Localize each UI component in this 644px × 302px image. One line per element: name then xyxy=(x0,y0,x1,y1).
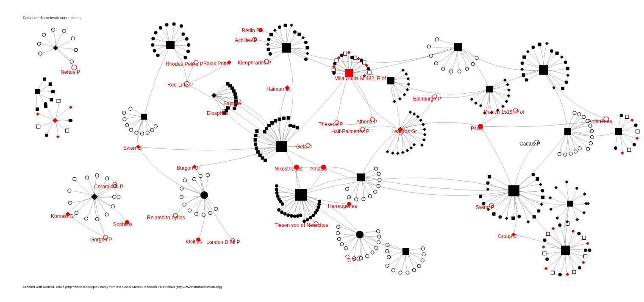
leaf-node xyxy=(306,218,309,221)
leaf-node xyxy=(531,45,535,49)
leaf-node xyxy=(366,254,369,258)
leaf-node xyxy=(86,176,89,179)
hub-6 xyxy=(486,86,493,92)
edge xyxy=(69,190,94,197)
leaf-node xyxy=(357,57,360,60)
node-label: Nikosthenes xyxy=(275,166,303,172)
leaf-node xyxy=(419,118,422,122)
leaf-node xyxy=(391,268,395,272)
leaf-node xyxy=(151,37,155,40)
node-label: Leagros Gr xyxy=(391,129,417,134)
leaf-node xyxy=(627,148,631,151)
edge xyxy=(198,195,205,240)
leaf-node xyxy=(566,67,569,70)
node-label: Theseus P xyxy=(319,121,343,127)
leaf-node xyxy=(258,154,262,157)
leaf-node xyxy=(371,251,374,254)
leaf-node xyxy=(575,218,579,221)
leaf-node xyxy=(69,201,72,204)
leaf-node xyxy=(391,151,394,155)
leaf-node xyxy=(620,114,623,117)
leaf-node xyxy=(577,232,580,235)
leaf-node xyxy=(263,130,266,134)
leaf-node xyxy=(435,38,439,41)
edge xyxy=(567,182,570,204)
node-label: Psiax xyxy=(471,126,483,131)
leaf-node xyxy=(269,33,273,36)
node-label: Rhodes Pelike P xyxy=(166,61,203,67)
leaf-node xyxy=(353,56,357,59)
leaf-node xyxy=(113,195,116,199)
node-label: Kleitias xyxy=(186,239,202,245)
leaf-node xyxy=(405,72,408,76)
leaf-node xyxy=(625,115,629,118)
leaf-node xyxy=(277,208,280,212)
leaf-node xyxy=(254,143,257,146)
leaf-node xyxy=(413,112,416,116)
leaf-node xyxy=(586,202,590,205)
leaf-node xyxy=(405,88,409,91)
hub-3 xyxy=(454,43,462,51)
leaf-node xyxy=(636,137,639,140)
leaf-node xyxy=(183,179,186,182)
leaf-node xyxy=(214,207,217,211)
leaf-node xyxy=(555,52,559,55)
leaf-node xyxy=(575,187,579,190)
leaf-node xyxy=(297,33,301,36)
leaf-node xyxy=(49,82,52,86)
edge xyxy=(138,147,204,195)
leaf-node xyxy=(621,151,624,155)
leaf-node xyxy=(253,138,257,142)
node-label: Athena P xyxy=(356,119,377,125)
leaf-node xyxy=(633,143,636,146)
leaf-node xyxy=(277,197,280,201)
leaf-node xyxy=(507,94,510,98)
leaf-node xyxy=(421,247,425,250)
leaf-node xyxy=(582,236,586,239)
leaf-node xyxy=(590,135,594,139)
leaf-node xyxy=(566,74,569,77)
leaf-node xyxy=(564,153,567,156)
leaf-node xyxy=(206,173,209,177)
leaf-node xyxy=(368,71,371,74)
leaf-node xyxy=(465,67,469,70)
node-label: Villa Giulia M.482, P of xyxy=(335,76,386,81)
hub-7 xyxy=(276,141,287,152)
leaf-node xyxy=(36,112,39,116)
leaf-node xyxy=(470,98,474,101)
leaf-node xyxy=(282,117,286,120)
edge xyxy=(514,131,568,191)
leaf-node xyxy=(498,215,502,219)
leaf-node xyxy=(546,232,550,235)
leaf-node xyxy=(545,42,549,45)
node-label: Red-Line P xyxy=(167,82,193,88)
leaf-node xyxy=(188,209,192,212)
edge xyxy=(75,179,94,197)
leaf-node xyxy=(374,190,377,193)
leaf-node xyxy=(293,215,296,218)
leaf-node xyxy=(407,83,410,86)
edge xyxy=(56,48,76,50)
leaf-node xyxy=(409,146,413,150)
leaf-node xyxy=(566,273,569,276)
leaf-node xyxy=(193,177,196,181)
leaf-node xyxy=(283,212,287,215)
leaf-node xyxy=(558,273,562,277)
leaf-node xyxy=(423,128,426,131)
leaf-node xyxy=(401,151,405,154)
network-graph: Nettos PBerlin PAchilles PRhodes Pelike … xyxy=(0,0,644,302)
leaf-node xyxy=(39,52,42,55)
leaf-node xyxy=(479,104,483,107)
edge xyxy=(565,131,568,154)
leaf-node xyxy=(552,86,555,89)
leaf-node xyxy=(186,50,190,53)
node-label: Tleson son of Nearchos xyxy=(275,222,328,228)
node-label: Antimenes xyxy=(588,118,612,124)
leaf-node xyxy=(403,93,406,96)
leaf-node xyxy=(474,101,477,105)
leaf-node xyxy=(471,62,475,66)
leaf-node xyxy=(135,131,138,134)
leaf-node xyxy=(551,271,554,274)
leaf-node xyxy=(180,24,183,28)
leaf-node xyxy=(583,193,586,196)
